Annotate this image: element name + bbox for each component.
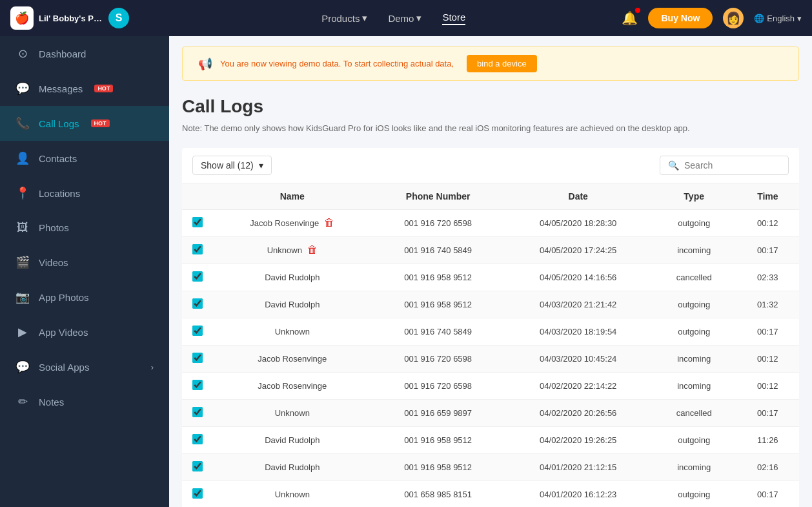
date-column-header: Date [505,183,652,210]
checkbox-cell[interactable] [182,345,213,372]
hot-badge: HOT [94,85,113,92]
time-column-header: Time [736,183,799,210]
table-row: Jacob Rosenvinge 001 916 720 6598 04/02/… [182,372,799,399]
sidebar-item-label: Contacts [39,153,77,164]
sidebar-item-app-photos[interactable]: 📷 App Photos [0,280,169,315]
row-checkbox[interactable] [192,353,203,363]
phone-cell: 001 916 958 9512 [372,453,505,481]
app-photos-icon: 📷 [15,290,30,304]
row-checkbox[interactable] [192,488,203,499]
phone-cell: 001 916 720 6598 [372,209,505,236]
apple-icon: 🍎 [10,6,34,30]
contact-name: Unknown [275,408,310,418]
sidebar-item-dashboard[interactable]: ⊙ Dashboard [0,36,169,71]
phone-cell: 001 916 720 6598 [372,345,505,372]
call-logs-table: Name Phone Number Date Type Time Jacob R… [182,183,799,508]
phone-cell: 001 916 958 9512 [372,291,505,318]
checkbox-cell[interactable] [182,399,213,426]
date-cell: 04/05/2020 17:24:25 [505,236,652,264]
row-checkbox[interactable] [192,380,203,390]
row-checkbox[interactable] [192,217,203,227]
row-checkbox[interactable] [192,244,203,254]
name-cell: Jacob Rosenvinge [213,372,372,399]
phone-cell: 001 916 659 9897 [372,399,505,426]
sidebar: ⊙ Dashboard 💬 Messages HOT 📞 Call Logs H… [0,36,169,507]
phone-cell: 001 916 958 9512 [372,426,505,453]
checkbox-cell[interactable] [182,264,213,291]
demo-banner-text: You are now viewing demo data. To start … [220,59,454,68]
bind-device-button[interactable]: bind a device [467,55,537,72]
demo-nav-link[interactable]: Demo ▾ [388,12,421,24]
phone-cell: 001 916 740 5849 [372,236,505,264]
store-nav-link[interactable]: Store [442,12,465,25]
sidebar-item-app-videos[interactable]: ▶ App Videos [0,315,169,349]
checkbox-cell[interactable] [182,318,213,345]
search-input[interactable] [684,160,780,171]
time-cell: 00:12 [736,372,799,399]
sidebar-item-locations[interactable]: 📍 Locations [0,176,169,211]
sidebar-item-call-logs[interactable]: 📞 Call Logs HOT [0,106,169,141]
sidebar-item-label: App Photos [39,292,89,303]
notes-icon: ✏ [15,395,30,409]
row-checkbox[interactable] [192,434,203,444]
checkbox-cell[interactable] [182,426,213,453]
time-cell: 00:12 [736,209,799,236]
page-note: Note: The demo only shows how KidsGuard … [182,122,799,135]
row-checkbox[interactable] [192,271,203,282]
call-logs-icon: 📞 [15,116,30,130]
row-checkbox[interactable] [192,407,203,417]
row-checkbox[interactable] [192,461,203,471]
time-cell: 00:17 [736,236,799,264]
sidebar-item-label: Locations [39,188,80,199]
hot-badge: HOT [91,119,110,127]
phone-cell: 001 916 740 5849 [372,318,505,345]
checkbox-cell[interactable] [182,209,213,236]
table-row: Jacob Rosenvinge 001 916 720 6598 04/03/… [182,345,799,372]
sidebar-item-messages[interactable]: 💬 Messages HOT [0,71,169,106]
checkbox-cell[interactable] [182,372,213,399]
type-column-header: Type [652,183,736,210]
delete-icon[interactable]: 🗑 [307,244,318,256]
brand-logo: S [108,8,129,28]
table-row: David Rudolph 001 916 958 9512 04/05/202… [182,264,799,291]
checkbox-cell[interactable] [182,291,213,318]
contact-name: David Rudolph [265,300,320,309]
name-cell: David Rudolph [213,291,372,318]
checkbox-cell[interactable] [182,481,213,507]
show-all-select[interactable]: Show all (12) ▾ [192,156,272,175]
row-checkbox[interactable] [192,298,203,309]
sidebar-item-contacts[interactable]: 👤 Contacts [0,141,169,176]
notification-bell-icon[interactable]: 🔔 [622,10,638,26]
sidebar-item-label: Messages [39,83,83,94]
phone-cell: 001 916 720 6598 [372,372,505,399]
checkbox-cell[interactable] [182,236,213,264]
top-navigation: 🍎 Lil' Bobby's Pho... S Products ▾ Demo … [0,0,812,36]
name-column-header: Name [213,183,372,210]
sidebar-item-notes[interactable]: ✏ Notes [0,384,169,419]
buy-now-button[interactable]: Buy Now [648,8,713,28]
date-cell: 04/02/2020 22:14:22 [505,372,652,399]
date-cell: 04/05/2020 14:16:56 [505,264,652,291]
main-content: 📢 You are now viewing demo data. To star… [169,36,812,507]
date-cell: 04/03/2020 18:19:54 [505,318,652,345]
date-cell: 04/03/2020 10:45:24 [505,345,652,372]
sidebar-item-videos[interactable]: 🎬 Videos [0,245,169,280]
sidebar-item-photos[interactable]: 🖼 Photos [0,211,169,245]
contact-name: Unknown [267,245,302,255]
show-all-label: Show all (12) [201,160,254,171]
search-box[interactable]: 🔍 [660,156,789,175]
language-selector[interactable]: 🌐 English ▾ [754,14,802,23]
checkbox-cell[interactable] [182,453,213,481]
sidebar-item-label: Notes [39,397,64,408]
notification-badge [635,8,640,13]
products-nav-link[interactable]: Products ▾ [321,12,367,24]
page-title-area: Call Logs Note: The demo only shows how … [169,91,812,138]
avatar[interactable]: 👩 [723,8,744,28]
contact-name: David Rudolph [265,273,320,282]
table-row: Unknown 001 916 659 9897 04/02/2020 20:2… [182,399,799,426]
dashboard-icon: ⊙ [15,47,30,61]
row-checkbox[interactable] [192,326,203,336]
delete-icon[interactable]: 🗑 [324,217,334,229]
sidebar-item-social-apps[interactable]: 💬 Social Apps › [0,349,169,384]
date-cell: 04/01/2020 16:12:23 [505,481,652,507]
